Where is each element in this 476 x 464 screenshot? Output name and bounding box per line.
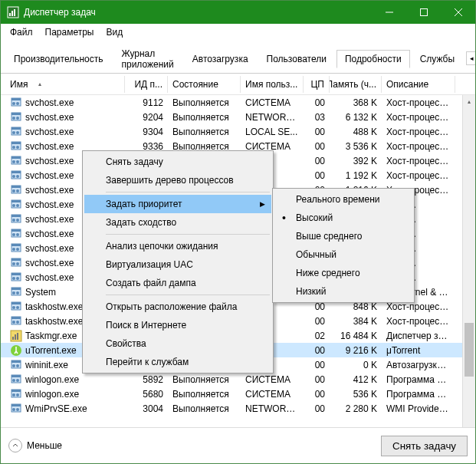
process-name: svchost.exe: [25, 258, 74, 268]
ctx-properties[interactable]: Свойства: [84, 334, 271, 353]
ctx-create-dump[interactable]: Создать файл дампа: [84, 274, 271, 292]
svg-point-22: [12, 146, 15, 149]
process-icon: [10, 213, 22, 225]
ctx-set-affinity[interactable]: Задать сходство: [84, 213, 271, 232]
col-state[interactable]: Состояние: [168, 76, 241, 93]
priority-realtime[interactable]: Реального времени: [274, 190, 412, 209]
cell-pid: 9304: [125, 126, 168, 138]
process-icon: [10, 344, 22, 357]
footer: Меньше Снять задачу: [1, 427, 475, 463]
cell-mem: 6 132 K: [330, 111, 382, 123]
process-name: svchost.exe: [25, 141, 74, 152]
tab-app-history[interactable]: Журнал приложений: [113, 44, 182, 74]
table-row[interactable]: svchost.exe9204ВыполняетсяNETWORK...036 …: [1, 110, 475, 124]
svg-point-88: [16, 393, 19, 397]
col-desc[interactable]: Описание: [382, 76, 455, 93]
svg-rect-69: [11, 317, 21, 319]
svg-rect-65: [11, 302, 21, 304]
tab-scroll-left[interactable]: ◂: [466, 51, 476, 65]
tab-startup[interactable]: Автозагрузка: [184, 50, 257, 68]
ctx-analyze-wait[interactable]: Анализ цепочки ожидания: [84, 237, 271, 255]
ctx-set-priority[interactable]: Задать приоритет▶: [84, 195, 271, 213]
svg-point-42: [12, 219, 15, 222]
cell-mem: 9 216 K: [330, 344, 382, 357]
window-title: Диспетчер задач: [24, 7, 372, 18]
maximize-button[interactable]: [406, 1, 441, 24]
cell-desc: μTorrent: [382, 344, 455, 357]
svg-rect-2: [11, 11, 13, 16]
scroll-thumb[interactable]: [465, 323, 474, 377]
scroll-up-icon[interactable]: ▴: [463, 95, 475, 108]
cell-mem: 368 K: [330, 97, 382, 109]
vertical-scrollbar[interactable]: ▴ ▾: [462, 95, 475, 459]
close-button[interactable]: [441, 1, 475, 24]
process-icon: [10, 403, 22, 415]
table-row[interactable]: winlogon.exe5680ВыполняетсяСИСТЕМА00536 …: [1, 387, 475, 401]
tab-details[interactable]: Подробности: [336, 50, 410, 68]
process-name: svchost.exe: [25, 112, 74, 123]
cell-mem: 0 K: [330, 359, 382, 371]
col-cpu[interactable]: ЦП: [304, 76, 330, 93]
priority-high[interactable]: •Высокий: [274, 209, 412, 227]
tab-performance[interactable]: Производительность: [5, 50, 111, 68]
col-user[interactable]: Имя польз...: [241, 76, 304, 93]
ctx-open-location[interactable]: Открыть расположение файла: [84, 298, 271, 316]
process-name: svchost.exe: [25, 272, 74, 283]
menu-view[interactable]: Вид: [100, 25, 129, 39]
cell-mem: 2 280 K: [330, 403, 382, 415]
cell-desc: Диспетчер задач: [382, 330, 455, 342]
fewer-details-button[interactable]: Меньше: [8, 439, 62, 452]
cell-cpu: 00: [304, 97, 330, 109]
process-name: WmiPrvSE.exe: [25, 403, 87, 414]
table-row[interactable]: winlogon.exe5892ВыполняетсяСИСТЕМА00412 …: [1, 372, 475, 387]
svg-rect-57: [11, 273, 21, 275]
priority-normal[interactable]: Обычный: [274, 245, 412, 264]
svg-rect-1: [9, 13, 11, 16]
col-name[interactable]: Имя▴: [5, 76, 125, 93]
col-mem[interactable]: Память (ч...: [330, 76, 382, 93]
process-icon: [10, 388, 22, 400]
svg-rect-29: [11, 171, 21, 173]
svg-rect-33: [11, 186, 21, 188]
ctx-uac-virt[interactable]: Виртуализация UAC: [84, 255, 271, 274]
ctx-end-tree[interactable]: Завершить дерево процессов: [84, 171, 271, 189]
process-name: svchost.exe: [25, 185, 74, 196]
svg-point-51: [16, 248, 19, 251]
sort-asc-icon: ▴: [38, 81, 41, 87]
table-row[interactable]: WmiPrvSE.exe3004ВыполняетсяNETWORK...002…: [1, 401, 475, 416]
menu-options[interactable]: Параметры: [39, 25, 100, 39]
priority-below-normal[interactable]: Ниже среднего: [274, 264, 412, 282]
priority-above-normal[interactable]: Выше среднего: [274, 227, 412, 245]
process-name: System: [25, 287, 56, 298]
cell-mem: 384 K: [330, 315, 382, 327]
cell-cpu: 00: [304, 403, 330, 415]
process-name: taskhostw.exe: [25, 301, 83, 312]
cell-cpu: 00: [304, 155, 330, 167]
priority-low[interactable]: Низкий: [274, 282, 412, 301]
svg-rect-82: [11, 375, 21, 377]
svg-rect-86: [11, 390, 21, 392]
cell-cpu: 02: [304, 330, 330, 342]
cell-user: LOCAL SE...: [241, 126, 304, 138]
menu-file[interactable]: Файл: [4, 25, 39, 39]
cell-user: СИСТЕМА: [241, 374, 304, 386]
cell-user: СИСТЕМА: [241, 97, 304, 109]
svg-point-18: [12, 131, 15, 134]
svg-rect-9: [11, 98, 21, 100]
svg-point-50: [12, 248, 15, 251]
end-task-button[interactable]: Снять задачу: [381, 436, 468, 456]
ctx-go-services[interactable]: Перейти к службам: [84, 353, 271, 371]
table-row[interactable]: svchost.exe9112ВыполняетсяСИСТЕМА00368 K…: [1, 95, 475, 110]
tab-users[interactable]: Пользователи: [258, 50, 335, 68]
process-name: svchost.exe: [25, 156, 74, 166]
svg-rect-25: [11, 156, 21, 159]
ctx-end-task[interactable]: Снять задачу: [84, 153, 271, 171]
cell-pid: 9204: [125, 111, 168, 123]
table-row[interactable]: svchost.exe9304ВыполняетсяLOCAL SE...004…: [1, 124, 475, 139]
tab-services[interactable]: Службы: [412, 50, 463, 68]
col-pid[interactable]: ИД п...: [125, 76, 168, 93]
svg-point-46: [12, 233, 15, 236]
ctx-search-online[interactable]: Поиск в Интернете: [84, 316, 271, 334]
svg-point-70: [12, 321, 15, 324]
minimize-button[interactable]: [372, 1, 406, 24]
